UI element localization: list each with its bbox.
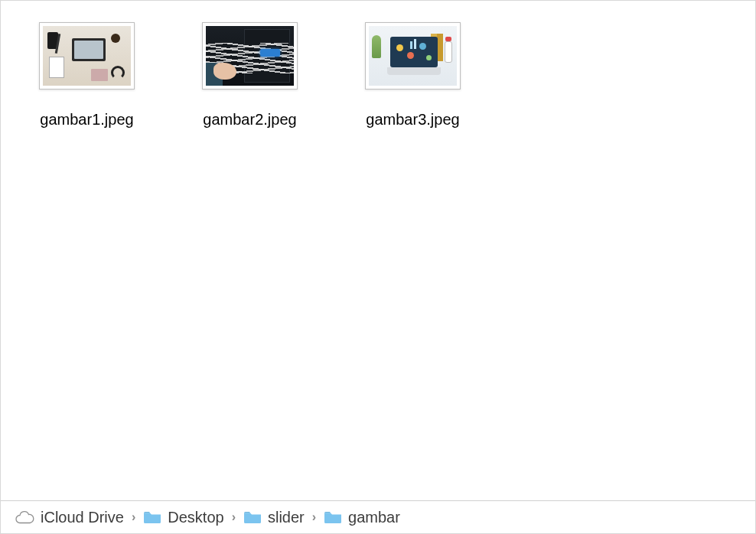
file-item[interactable]: gambar3.jpeg (357, 22, 468, 129)
breadcrumb-slider[interactable]: slider (243, 509, 305, 526)
breadcrumb-label: gambar (348, 509, 400, 526)
folder-icon (143, 510, 161, 524)
files-grid: gambar1.jpeg gambar2.jpeg (1, 1, 755, 501)
file-thumbnail (202, 22, 298, 90)
file-item[interactable]: gambar1.jpeg (31, 22, 142, 129)
file-thumbnail (39, 22, 135, 90)
breadcrumb-desktop[interactable]: Desktop (143, 509, 223, 526)
file-thumbnail (365, 22, 461, 90)
breadcrumb-label: iCloud Drive (41, 509, 124, 526)
file-label: gambar3.jpeg (366, 111, 459, 129)
breadcrumb-icloud-drive[interactable]: iCloud Drive (15, 509, 124, 526)
file-label: gambar1.jpeg (40, 111, 133, 129)
chevron-right-icon: › (132, 510, 135, 524)
breadcrumb-gambar[interactable]: gambar (324, 509, 400, 526)
breadcrumb-label: Desktop (168, 509, 223, 526)
chevron-right-icon: › (232, 510, 236, 524)
breadcrumb-label: slider (268, 509, 305, 526)
file-item[interactable]: gambar2.jpeg (194, 22, 305, 129)
cloud-icon (15, 510, 34, 524)
chevron-right-icon: › (312, 510, 316, 524)
folder-icon (243, 510, 262, 524)
file-label: gambar2.jpeg (203, 111, 296, 129)
folder-icon (324, 510, 342, 524)
path-bar: iCloud Drive › Desktop › slider › gambar (1, 501, 755, 533)
